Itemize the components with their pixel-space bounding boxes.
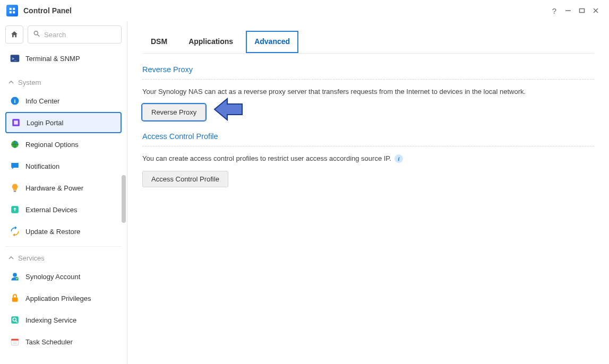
home-button[interactable] <box>5 25 23 44</box>
svg-text:>_: >_ <box>12 56 17 61</box>
calendar-icon <box>10 336 20 347</box>
svg-rect-0 <box>10 8 12 10</box>
sidebar-item-label: Login Portal <box>27 119 63 127</box>
info-badge-icon[interactable]: i <box>394 154 403 163</box>
svg-point-20 <box>13 273 17 277</box>
svg-point-17 <box>15 142 18 144</box>
chevron-up-icon <box>8 254 14 262</box>
sidebar-item-label: Regional Options <box>25 141 79 149</box>
svg-rect-27 <box>11 339 19 341</box>
svg-rect-3 <box>13 11 15 13</box>
main-content: DSM Applications Advanced Reverse Proxy … <box>127 21 609 364</box>
bulb-icon <box>10 183 20 193</box>
minimize-button[interactable] <box>561 4 575 18</box>
svg-rect-23 <box>11 316 19 324</box>
sidebar-item-login-portal[interactable]: Login Portal <box>5 112 122 133</box>
app-icon <box>6 5 18 16</box>
section-label: Services <box>18 254 45 262</box>
section-desc-access-control: You can create access control profiles t… <box>142 154 594 163</box>
sidebar-item-synology-account[interactable]: Synology Account <box>5 266 122 287</box>
sidebar-item-terminal-snmp[interactable]: >_ Terminal & SNMP <box>5 48 122 69</box>
section-header-services[interactable]: Services <box>5 246 122 265</box>
section-title-access-control: Access Control Profile <box>142 132 594 146</box>
svg-text:i: i <box>14 98 16 104</box>
chevron-up-icon <box>8 79 14 86</box>
tab-advanced[interactable]: Advanced <box>246 31 298 53</box>
tab-applications[interactable]: Applications <box>180 31 242 53</box>
svg-line-9 <box>38 34 40 37</box>
sidebar-item-indexing-service[interactable]: Indexing Service <box>5 309 122 331</box>
sidebar-item-update-restore[interactable]: Update & Restore <box>5 221 122 242</box>
access-control-profile-button[interactable]: Access Control Profile <box>142 171 228 187</box>
search-input[interactable] <box>28 25 122 44</box>
sidebar-item-task-scheduler[interactable]: Task Scheduler <box>5 331 122 352</box>
sidebar-item-label: Info Center <box>25 97 59 105</box>
svg-rect-18 <box>14 190 16 192</box>
refresh-icon <box>10 226 20 237</box>
window-title: Control Panel <box>23 6 547 15</box>
portal-icon <box>11 117 21 128</box>
upload-icon <box>10 204 20 215</box>
info-icon: i <box>10 96 20 106</box>
arrow-annotation-icon <box>211 98 243 123</box>
acp-desc-text: You can create access control profiles t… <box>142 154 391 163</box>
terminal-icon: >_ <box>10 53 20 64</box>
sidebar-item-external-devices[interactable]: External Devices <box>5 199 122 220</box>
sidebar-item-label: Synology Account <box>25 273 80 281</box>
help-button[interactable]: ? <box>547 4 561 18</box>
reverse-proxy-button[interactable]: Reverse Proxy <box>142 104 205 120</box>
globe-icon <box>10 139 20 150</box>
sidebar-item-notification[interactable]: Notification <box>5 155 122 177</box>
svg-point-8 <box>34 31 38 35</box>
svg-rect-1 <box>13 8 15 10</box>
sidebar-item-hardware-power[interactable]: Hardware & Power <box>5 177 122 198</box>
tab-dsm[interactable]: DSM <box>142 31 176 53</box>
svg-rect-2 <box>10 11 12 13</box>
sidebar-item-label: Notification <box>25 162 59 170</box>
svg-rect-5 <box>580 9 585 13</box>
account-icon <box>10 271 20 282</box>
sidebar-item-label: Terminal & SNMP <box>25 55 80 63</box>
tab-bar: DSM Applications Advanced <box>142 31 594 54</box>
maximize-button[interactable] <box>575 4 589 18</box>
sidebar-item-application-privileges[interactable]: Application Privileges <box>5 288 122 309</box>
section-header-system[interactable]: System <box>5 71 122 90</box>
search-square-icon <box>10 315 20 325</box>
sidebar-item-label: Task Scheduler <box>25 338 73 346</box>
sidebar-item-info-center[interactable]: i Info Center <box>5 90 122 111</box>
lock-icon <box>10 293 20 304</box>
svg-rect-15 <box>14 120 18 125</box>
sidebar-item-label: Hardware & Power <box>25 184 83 192</box>
sidebar-item-label: Application Privileges <box>25 294 91 302</box>
section-title-reverse-proxy: Reverse Proxy <box>142 65 594 80</box>
search-icon <box>33 30 40 39</box>
section-desc-reverse-proxy: Your Synology NAS can act as a reverse p… <box>142 87 594 97</box>
titlebar: Control Panel ? <box>0 0 609 21</box>
sidebar-item-label: Update & Restore <box>25 228 80 236</box>
sidebar: >_ Terminal & SNMP System i Info Center … <box>0 21 127 364</box>
sidebar-item-label: External Devices <box>25 206 78 214</box>
close-button[interactable] <box>589 4 603 18</box>
chat-icon <box>10 161 20 171</box>
sidebar-item-label: Indexing Service <box>25 316 76 324</box>
section-label: System <box>18 79 41 86</box>
sidebar-scrollbar[interactable] <box>122 175 126 223</box>
sidebar-item-regional-options[interactable]: Regional Options <box>5 134 122 155</box>
svg-rect-22 <box>12 298 18 302</box>
